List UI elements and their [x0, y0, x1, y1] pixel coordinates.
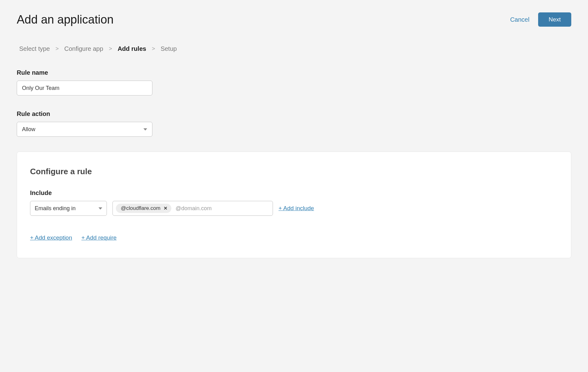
close-icon[interactable]: ✕ [164, 206, 168, 211]
next-button[interactable]: Next [538, 12, 571, 27]
add-require-link[interactable]: + Add require [81, 234, 117, 241]
include-selector-value: Emails ending in [35, 205, 76, 212]
add-exception-link[interactable]: + Add exception [30, 234, 72, 241]
breadcrumb-configure-app[interactable]: Configure app [64, 45, 103, 52]
configure-rule-card: Configure a rule Include Emails ending i… [17, 152, 571, 258]
chevron-right-icon: > [109, 46, 112, 52]
add-include-link[interactable]: + Add include [279, 205, 314, 212]
header-actions: Cancel Next [510, 12, 571, 27]
rule-action-label: Rule action [17, 110, 571, 117]
configure-rule-title: Configure a rule [30, 167, 558, 176]
page-title: Add an application [17, 13, 114, 26]
rule-action-select[interactable]: Allow [17, 122, 152, 137]
rule-action-value: Allow [22, 126, 35, 133]
include-value-input[interactable]: @cloudflare.com ✕ @domain.com [112, 201, 273, 216]
chevron-down-icon [143, 128, 147, 131]
rule-name-label: Rule name [17, 69, 571, 76]
include-label: Include [30, 189, 558, 197]
include-selector[interactable]: Emails ending in [30, 201, 107, 216]
breadcrumb: Select type > Configure app > Add rules … [17, 45, 571, 52]
tag-chip: @cloudflare.com ✕ [116, 204, 171, 213]
include-placeholder: @domain.com [176, 205, 212, 212]
breadcrumb-add-rules[interactable]: Add rules [118, 45, 146, 52]
chevron-right-icon: > [55, 46, 59, 52]
tag-text: @cloudflare.com [121, 205, 160, 211]
chevron-down-icon [99, 207, 102, 210]
rule-name-input[interactable] [17, 81, 152, 95]
breadcrumb-setup[interactable]: Setup [160, 45, 177, 52]
chevron-right-icon: > [152, 46, 155, 52]
cancel-button[interactable]: Cancel [510, 16, 529, 23]
breadcrumb-select-type[interactable]: Select type [19, 45, 50, 52]
